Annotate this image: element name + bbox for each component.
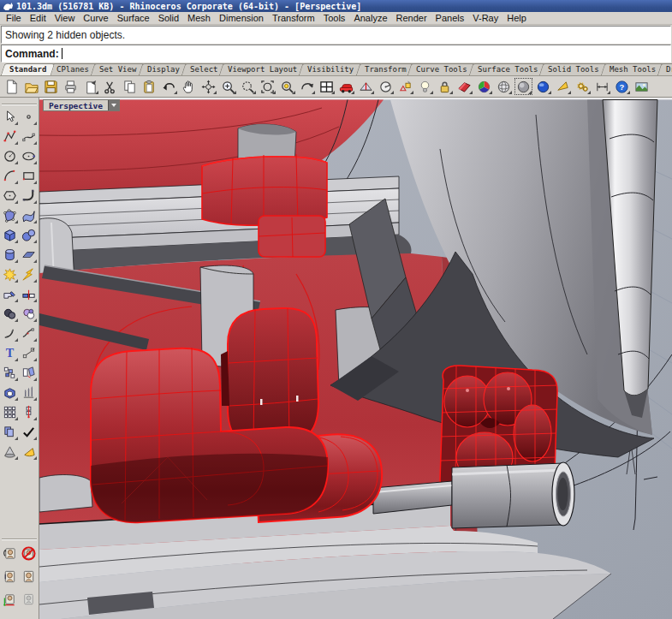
menu-dimension[interactable]: Dimension [215, 13, 268, 23]
toolbar-undo-view-button[interactable] [297, 77, 317, 96]
sidebar-cone-button[interactable] [1, 442, 20, 461]
menu-analyze[interactable]: Analyze [349, 13, 391, 23]
tab-draft[interactable]: Draft [657, 63, 672, 75]
toolbar-render-preview-button[interactable] [553, 77, 573, 96]
scene-canvas[interactable] [39, 98, 672, 619]
sidebar-pipe-button[interactable] [20, 186, 39, 205]
tab-visibility[interactable]: Visibility [299, 63, 363, 75]
sidebar-check-selection-button[interactable] [20, 422, 39, 442]
sidebar-plane-button[interactable] [20, 245, 39, 265]
toolbar-shaded-display-button[interactable] [514, 77, 533, 96]
sidebar-blend-curves-button[interactable] [20, 324, 39, 343]
sidebar-group-button[interactable] [1, 363, 20, 383]
toolbar-cut-button[interactable] [100, 77, 120, 96]
tab-transform[interactable]: Transform [355, 63, 414, 75]
menu-view[interactable]: View [51, 13, 80, 23]
sidebar-vray-disabled-button[interactable] [20, 542, 39, 565]
sidebar-vray-portrait-a-button[interactable] [1, 565, 20, 588]
toolbar-set-view-button[interactable] [376, 77, 395, 96]
toolbar-wireframe-display-button[interactable] [494, 77, 514, 96]
sidebar-circle-button[interactable] [1, 146, 20, 166]
toolbar-undo-button[interactable] [159, 77, 179, 96]
sidebar-copy-objects-button[interactable] [1, 422, 20, 442]
sidebar-surface-from-points-button[interactable] [1, 205, 20, 225]
toolbar-zoom-window-button[interactable] [258, 77, 277, 96]
sidebar-vray-portrait-b-button[interactable] [20, 565, 39, 588]
menu-mesh[interactable]: Mesh [183, 13, 215, 23]
sidebar-fillet-curves-button[interactable] [1, 324, 20, 343]
toolbar-dimension-button[interactable] [592, 77, 612, 96]
tab-standard[interactable]: Standard [1, 63, 56, 75]
viewport-title-box[interactable]: Perspective [43, 99, 120, 111]
sidebar-control-point-curve-button[interactable] [20, 127, 39, 146]
command-line[interactable]: Command: [1, 45, 671, 62]
toolbar-zoom-dynamic-button[interactable] [238, 77, 258, 96]
toolbar-new-file-button[interactable] [2, 77, 21, 96]
toolbar-pan-view-button[interactable] [179, 77, 199, 96]
menu-solid[interactable]: Solid [154, 13, 183, 23]
sidebar-move-uvn-button[interactable] [20, 343, 39, 363]
tab-set-view[interactable]: Set View [91, 63, 146, 75]
menu-panels[interactable]: Panels [431, 13, 469, 23]
toolbar-help-button[interactable]: ? [612, 77, 632, 96]
sidebar-cage-edit-button[interactable] [1, 383, 20, 402]
sidebar-boolean-union-button[interactable] [1, 304, 20, 324]
viewport-title[interactable]: Perspective [44, 100, 108, 110]
viewport-menu-arrow-icon[interactable] [108, 100, 119, 110]
sidebar-cylinder-button[interactable] [1, 245, 20, 265]
menu-tools[interactable]: Tools [319, 13, 350, 23]
sidebar-text-button[interactable]: T [1, 343, 20, 363]
menu-v-ray[interactable]: V-Ray [468, 13, 503, 23]
toolbar-paste-button[interactable] [140, 77, 159, 96]
sidebar-vray-axis-face-button[interactable] [1, 588, 20, 611]
tab-curve-tools[interactable]: Curve Tools [407, 63, 476, 75]
toolbar-layer-tools-button[interactable] [395, 77, 415, 96]
toolbar-rotate-view-button[interactable] [199, 77, 218, 96]
toolbar-hide-objects-button[interactable] [415, 77, 435, 96]
sidebar-array-vertical-button[interactable] [20, 402, 39, 422]
toolbar-viewport-layout-button[interactable] [317, 77, 336, 96]
sidebar-ellipse-button[interactable] [20, 146, 39, 166]
toolbar-export-selected-button[interactable] [80, 77, 100, 96]
perspective-viewport[interactable]: Perspective [39, 98, 672, 619]
menu-render[interactable]: Render [392, 13, 431, 23]
toolbar-zoom-in-button[interactable] [218, 77, 238, 96]
toolbar-render-button[interactable] [474, 77, 494, 96]
menu-curve[interactable]: Curve [79, 13, 112, 23]
toolbar-print-button[interactable] [61, 77, 80, 96]
toolbar-vray-render-button[interactable] [632, 77, 651, 96]
red-clamp-rear[interactable] [228, 308, 318, 444]
menu-transform[interactable]: Transform [268, 13, 319, 23]
menu-edit[interactable]: Edit [26, 13, 51, 23]
tab-solid-tools[interactable]: Solid Tools [539, 63, 608, 75]
menu-file[interactable]: File [2, 13, 26, 23]
toolbar-rendered-display-button[interactable] [533, 77, 553, 96]
toolbar-shade-mode-button[interactable] [455, 77, 474, 96]
sidebar-trim-button[interactable] [1, 284, 20, 304]
toolbar-cplane-tools-button[interactable] [356, 77, 376, 96]
sidebar-explode-button[interactable] [1, 265, 20, 284]
sidebar-split-button[interactable] [20, 284, 39, 304]
sidebar-vray-rotate-view-button[interactable] [1, 542, 20, 565]
sidebar-boolean-difference-button[interactable] [20, 304, 39, 324]
menu-help[interactable]: Help [503, 13, 531, 23]
sidebar-array-along-curve-button[interactable] [20, 383, 39, 402]
menu-surface[interactable]: Surface [113, 13, 154, 23]
toolbar-options-button[interactable] [573, 77, 592, 96]
sidebar-arc-button[interactable] [1, 166, 20, 186]
sidebar-rectangle-button[interactable] [20, 166, 39, 186]
sidebar-orient-button[interactable] [20, 363, 39, 383]
toolbar-save-file-button[interactable] [41, 77, 61, 96]
sidebar-cone-solid-button[interactable] [20, 442, 39, 461]
sidebar-select-pointer-button[interactable] [1, 107, 20, 127]
toolbar-lock-objects-button[interactable] [435, 77, 455, 96]
toolbar-zoom-selected-button[interactable] [277, 77, 297, 96]
sidebar-box-button[interactable] [1, 225, 20, 245]
sidebar-polyline-button[interactable] [1, 127, 20, 146]
sidebar-explode-blast-button[interactable] [20, 265, 39, 284]
sidebar-vray-ghost-face-button[interactable] [20, 588, 39, 611]
sidebar-array-rectangular-button[interactable] [1, 402, 20, 422]
sidebar-point-button[interactable] [20, 107, 39, 127]
sidebar-polygon-button[interactable] [1, 186, 20, 205]
tab-mesh-tools[interactable]: Mesh Tools [601, 63, 665, 75]
